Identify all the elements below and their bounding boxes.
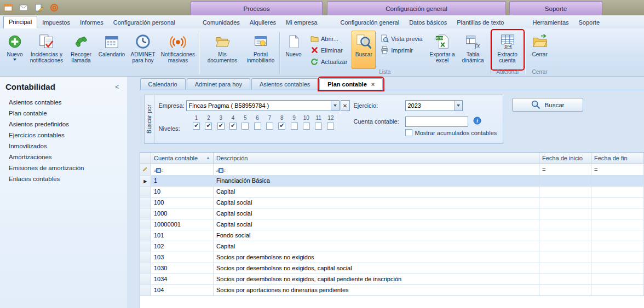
abrir-button[interactable]: Abrir... [308, 33, 349, 44]
sidebar-item-plan-contable[interactable]: Plan contable [0, 108, 127, 119]
empresa-combobox[interactable]: Fincas Pragma ( B58959784 ) [186, 100, 340, 111]
cell-fecha-fin[interactable] [591, 241, 644, 252]
doc-tab-calendario[interactable]: Calendario [140, 78, 186, 90]
ribbon-tab-informes[interactable]: Informes [75, 17, 108, 28]
cell-descripcion[interactable]: Socios por desembolsos no exigidos, capi… [214, 274, 539, 284]
doc-tab-adminet-para-hoy[interactable]: Adminet para hoy [187, 78, 250, 90]
cell-cuenta[interactable]: 1034 [151, 274, 214, 284]
sidebar-collapse-button[interactable]: < [113, 83, 122, 91]
exportar-excel-button[interactable]: XLSX Exportar a excel [427, 31, 458, 69]
cell-fecha-inicio[interactable] [539, 230, 591, 241]
nivel-checkbox-1[interactable] [193, 123, 200, 130]
nivel-checkbox-6[interactable] [254, 123, 261, 130]
ribbon-tab-configuracion-personal[interactable]: Configuración personal [108, 17, 180, 28]
cell-descripcion[interactable]: Capital [214, 241, 539, 252]
ribbon-tab-comunidades[interactable]: Comunidades [198, 17, 245, 28]
ribbon-tab-datos-basicos[interactable]: Datos básicos [404, 17, 452, 28]
cell-cuenta[interactable]: 10 [151, 186, 214, 197]
cell-fecha-fin[interactable] [591, 230, 644, 241]
nivel-checkbox-8[interactable] [278, 123, 285, 130]
column-header-fecha-fin[interactable]: Fecha de fin [591, 153, 644, 164]
cell-cuenta[interactable]: 10000001 [151, 219, 214, 230]
ribbon-tab-configuracion-general[interactable]: Configuración general [336, 17, 405, 28]
cell-fecha-inicio[interactable] [539, 219, 591, 230]
buscar-ribbon-button[interactable]: Buscar [352, 31, 376, 69]
cell-cuenta[interactable]: 103 [151, 252, 214, 263]
tab-close-icon[interactable]: × [371, 81, 375, 88]
cell-descripcion[interactable]: Socios por desembolsos no exigidos, capi… [214, 263, 539, 274]
nivel-checkbox-12[interactable] [327, 123, 334, 130]
column-header-cuenta-contable[interactable]: Cuenta contable▲ [151, 153, 214, 164]
column-header-fecha-inicio[interactable]: Fecha de inicio [539, 153, 591, 164]
nivel-checkbox-5[interactable] [242, 123, 249, 130]
cell-fecha-inicio[interactable] [539, 284, 591, 295]
sidebar-item-emisiones-amortizacion[interactable]: Emisiones de amortización [0, 162, 127, 173]
cell-cuenta[interactable]: 1 [151, 175, 214, 186]
sidebar-item-ejercicios-contables[interactable]: Ejercicios contables [0, 130, 127, 141]
cell-cuenta[interactable]: 102 [151, 241, 214, 252]
table-row[interactable]: 10 Capital [140, 186, 644, 197]
cell-fecha-inicio[interactable] [539, 186, 591, 197]
table-row[interactable]: 100 Capital social [140, 197, 644, 208]
eliminar-button[interactable]: Eliminar [308, 45, 349, 55]
ejercicio-combobox[interactable]: 2023 [405, 100, 463, 111]
table-row[interactable]: 1030 Socios por desembolsos no exigidos,… [140, 263, 644, 274]
ribbon-tab-impuestos[interactable]: Impuestos [37, 17, 75, 28]
ribbon-tab-principal[interactable]: Principal [3, 16, 37, 28]
cell-descripcion[interactable]: Socios por desembolsos no exigidos [214, 252, 539, 263]
cell-fecha-fin[interactable] [591, 274, 644, 284]
dropdown-arrow-icon[interactable] [331, 101, 339, 111]
filter-cell-fecha-inicio[interactable]: = [539, 164, 591, 175]
nuevo-registro-button[interactable]: Nuevo [281, 31, 306, 69]
cell-fecha-inicio[interactable] [539, 197, 591, 208]
nivel-checkbox-3[interactable] [217, 123, 225, 130]
nivel-checkbox-7[interactable] [266, 123, 273, 130]
ribbon-tab-alquileres[interactable]: Alquileres [245, 17, 281, 28]
cuenta-contable-input[interactable] [405, 117, 468, 127]
doc-tab-asientos-contables[interactable]: Asientos contables [251, 78, 318, 90]
sidebar-item-enlaces-contables[interactable]: Enlaces contables [0, 173, 127, 184]
nivel-checkbox-9[interactable] [291, 123, 298, 130]
cell-fecha-fin[interactable] [591, 252, 644, 263]
nivel-checkbox-4[interactable] [229, 123, 237, 130]
sidebar-item-inmovilizados[interactable]: Inmovilizados [0, 141, 127, 152]
acumulados-checkbox[interactable] [405, 129, 412, 136]
tabla-dinamica-button[interactable]: fx Tabla dinámica [458, 31, 488, 69]
nuevo-button[interactable]: Nuevo [2, 31, 27, 69]
cell-fecha-fin[interactable] [591, 197, 644, 208]
sidebar-item-asientos-predefinidos[interactable]: Asientos predefinidos [0, 119, 127, 130]
empresa-clear-button[interactable]: ✕ [341, 100, 350, 111]
ribbon-tab-herramientas[interactable]: Herramientas [527, 17, 573, 28]
cell-descripcion[interactable]: Capital social [214, 197, 539, 208]
mail-icon[interactable] [18, 2, 30, 14]
cell-descripcion[interactable]: Socios por aportaciones no dinerarias pe… [214, 284, 539, 295]
recoger-llamada-button[interactable]: Recoger llamada [66, 31, 96, 69]
cell-fecha-fin[interactable] [591, 208, 644, 219]
cell-descripcion[interactable]: Financiación Básica [214, 175, 539, 186]
nivel-checkbox-11[interactable] [315, 123, 322, 130]
table-row[interactable]: 1000 Capital social [140, 208, 644, 219]
dropdown-arrow-icon[interactable] [454, 101, 462, 111]
sidebar-item-amortizaciones[interactable]: Amortizaciones [0, 152, 127, 162]
table-row[interactable]: 104 Socios por aportaciones no dineraria… [140, 284, 644, 295]
cell-descripcion[interactable]: Capital [214, 186, 539, 197]
cell-cuenta[interactable]: 100 [151, 197, 214, 208]
incidencias-notificaciones-button[interactable]: Incidencias y notificaciones [27, 31, 66, 69]
sidebar-splitter[interactable] [127, 77, 140, 308]
ribbon-tab-soporte[interactable]: Soporte [574, 17, 605, 28]
cell-fecha-fin[interactable] [591, 186, 644, 197]
cell-fecha-inicio[interactable] [539, 175, 591, 186]
table-row[interactable]: 101 Fondo social [140, 230, 644, 241]
actualizar-button[interactable]: Actualizar [308, 56, 349, 67]
cell-fecha-inicio[interactable] [539, 263, 591, 274]
app-icon[interactable] [2, 2, 14, 14]
cell-fecha-fin[interactable] [591, 219, 644, 230]
cell-cuenta[interactable]: 1000 [151, 208, 214, 219]
table-row[interactable]: 103 Socios por desembolsos no exigidos [140, 252, 644, 263]
cell-fecha-inicio[interactable] [539, 241, 591, 252]
mis-documentos-button[interactable]: Mis documentos [201, 31, 244, 69]
cell-cuenta[interactable]: 1030 [151, 263, 214, 274]
notes-icon[interactable] [33, 2, 45, 14]
table-row[interactable]: ▶ 1 Financiación Básica [140, 175, 644, 186]
cell-fecha-fin[interactable] [591, 175, 644, 186]
